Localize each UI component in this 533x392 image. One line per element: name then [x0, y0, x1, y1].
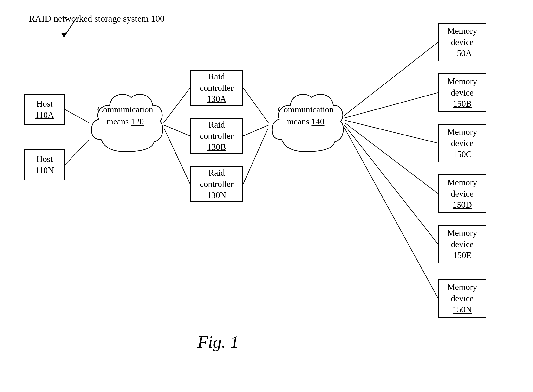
md-150e-label: Memorydevice150E	[447, 227, 477, 261]
md-150n-label: Memorydevice150N	[447, 282, 477, 315]
svg-marker-1	[61, 32, 67, 37]
md-150e-box: Memorydevice150E	[438, 225, 486, 263]
host-110a-label: Host110A	[35, 98, 54, 121]
svg-line-12	[345, 120, 438, 143]
rc-130a-label: Raidcontroller130A	[200, 71, 234, 105]
svg-line-5	[164, 125, 190, 136]
diagram: RAID networked storage system 100 Host11…	[0, 0, 533, 392]
svg-line-13	[345, 123, 438, 194]
svg-line-7	[243, 88, 268, 123]
title-arrow	[24, 12, 87, 46]
svg-line-2	[65, 109, 89, 123]
svg-line-10	[344, 42, 438, 116]
host-110n-label: Host110N	[35, 154, 54, 176]
host-110n-box: Host110N	[24, 149, 65, 180]
md-150n-box: Memorydevice150N	[438, 279, 486, 318]
svg-line-11	[345, 93, 438, 118]
rc-130b-label: Raidcontroller130B	[200, 119, 234, 153]
rc-130a-box: Raidcontroller130A	[190, 70, 243, 106]
comm-140-label: Communicationmeans 140	[271, 103, 341, 128]
md-150d-label: Memorydevice150D	[447, 177, 477, 211]
comm-120-label: Communicationmeans 120	[90, 103, 160, 128]
svg-line-9	[243, 128, 268, 184]
rc-130n-box: Raidcontroller130N	[190, 166, 243, 202]
rc-130n-label: Raidcontroller130N	[200, 167, 234, 201]
md-150a-box: Memorydevice150A	[438, 23, 486, 61]
svg-line-4	[164, 88, 190, 123]
md-150d-box: Memorydevice150D	[438, 174, 486, 213]
svg-line-3	[65, 140, 89, 165]
md-150c-label: Memorydevice150C	[447, 126, 477, 160]
svg-line-6	[164, 128, 190, 184]
md-150b-label: Memorydevice150B	[447, 76, 477, 109]
svg-line-8	[243, 125, 268, 136]
md-150a-label: Memorydevice150A	[447, 25, 477, 59]
rc-130b-box: Raidcontroller130B	[190, 118, 243, 154]
svg-line-15	[344, 128, 438, 298]
md-150b-box: Memorydevice150B	[438, 73, 486, 112]
svg-line-14	[344, 125, 438, 244]
fig-caption: Fig. 1	[197, 332, 239, 352]
host-110a-box: Host110A	[24, 94, 65, 125]
md-150c-box: Memorydevice150C	[438, 124, 486, 162]
